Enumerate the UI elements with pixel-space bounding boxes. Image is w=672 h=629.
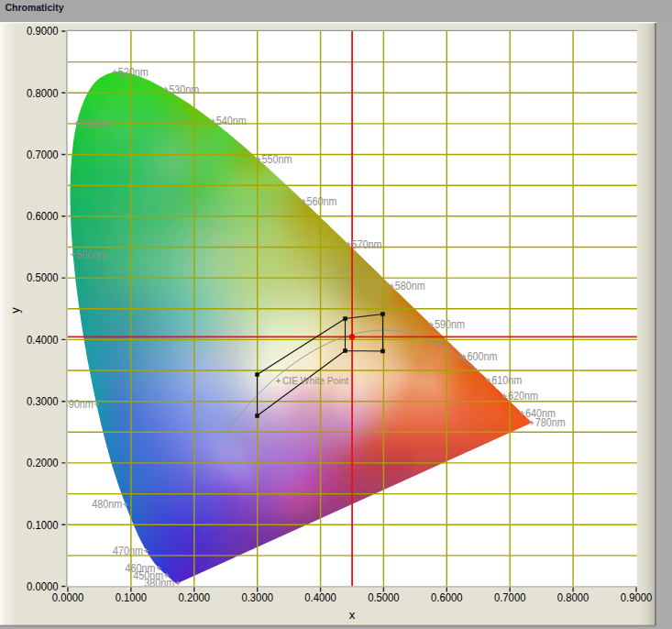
- svg-text:570nm: 570nm: [352, 238, 382, 251]
- svg-text:610nm: 610nm: [491, 374, 522, 387]
- svg-text:Chromaticity: Chromaticity: [6, 2, 65, 13]
- svg-text:0.2000: 0.2000: [27, 456, 59, 469]
- svg-text:0.7000: 0.7000: [27, 148, 59, 161]
- svg-text:0.1000: 0.1000: [116, 590, 148, 604]
- svg-text:490nm: 490nm: [63, 398, 94, 411]
- svg-text:x: x: [349, 608, 356, 622]
- svg-text:0.3000: 0.3000: [27, 394, 59, 408]
- svg-text:0.8000: 0.8000: [27, 86, 59, 100]
- svg-text:0.3000: 0.3000: [241, 590, 273, 604]
- svg-text:0.7000: 0.7000: [494, 590, 526, 604]
- svg-text:y: y: [8, 307, 22, 314]
- svg-text:550nm: 550nm: [261, 153, 292, 166]
- svg-text:0.8000: 0.8000: [557, 590, 589, 604]
- svg-text:600nm: 600nm: [468, 350, 498, 363]
- svg-text:480nm: 480nm: [92, 498, 122, 511]
- svg-text:0.9000: 0.9000: [27, 24, 59, 38]
- svg-text:0.0000: 0.0000: [52, 590, 84, 604]
- svg-text:520nm: 520nm: [118, 66, 149, 79]
- svg-text:0.4000: 0.4000: [304, 590, 336, 604]
- svg-text:540nm: 540nm: [216, 115, 247, 127]
- svg-text:0.5000: 0.5000: [27, 270, 59, 284]
- svg-text:0.4000: 0.4000: [27, 333, 59, 347]
- svg-text:500nm: 500nm: [76, 248, 106, 261]
- svg-text:530nm: 530nm: [169, 83, 199, 96]
- svg-text:560nm: 560nm: [307, 195, 337, 208]
- svg-text:0.2000: 0.2000: [179, 590, 211, 604]
- svg-text:0.6000: 0.6000: [431, 590, 463, 604]
- svg-text:CIE White Point: CIE White Point: [282, 375, 349, 386]
- svg-text:580nm: 580nm: [395, 280, 425, 292]
- svg-text:0.6000: 0.6000: [27, 209, 59, 223]
- svg-text:0.9000: 0.9000: [621, 590, 653, 604]
- svg-text:590nm: 590nm: [435, 318, 465, 331]
- svg-text:470nm: 470nm: [113, 545, 143, 557]
- svg-text:0.1000: 0.1000: [27, 518, 59, 532]
- svg-text:0.5000: 0.5000: [368, 590, 400, 604]
- svg-text:620nm: 620nm: [508, 390, 538, 403]
- svg-text:510nm: 510nm: [80, 117, 110, 130]
- svg-text:780nm: 780nm: [535, 416, 566, 429]
